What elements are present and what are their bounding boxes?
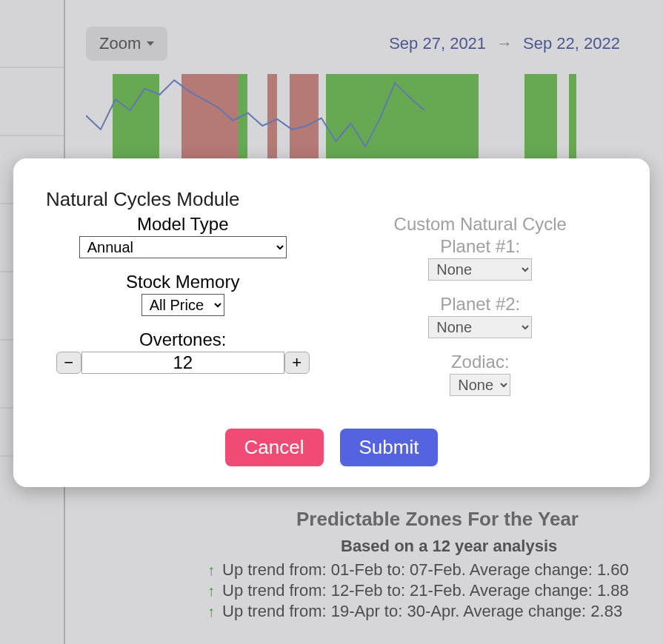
overtones-value[interactable]: 12 — [81, 352, 284, 374]
stock-memory-label: Stock Memory — [126, 272, 239, 292]
stepper-decrement-button[interactable]: − — [56, 352, 81, 374]
model-type-select[interactable]: Annual — [79, 236, 287, 258]
cancel-button[interactable]: Cancel — [225, 429, 324, 466]
modal-left-column: Model Type Annual Stock Memory All Price… — [46, 214, 320, 409]
overtones-label: Overtones: — [56, 329, 310, 350]
planet2-select[interactable]: None — [428, 316, 532, 338]
zodiac-select[interactable]: None — [450, 374, 510, 396]
custom-cycle-label: Custom Natural Cycle — [394, 214, 567, 235]
stock-memory-select[interactable]: All Price — [141, 294, 224, 316]
model-type-label: Model Type — [79, 214, 287, 235]
overtones-stepper: − 12 + — [56, 352, 310, 374]
stepper-increment-button[interactable]: + — [284, 352, 310, 374]
modal-title: Natural Cycles Module — [46, 188, 617, 211]
planet1-label: Planet #1: — [394, 236, 567, 257]
submit-button[interactable]: Submit — [340, 429, 439, 466]
zodiac-label: Zodiac: — [450, 352, 510, 372]
planet1-select[interactable]: None — [428, 258, 532, 281]
planet2-label: Planet #2: — [428, 294, 532, 315]
natural-cycles-modal: Natural Cycles Module Model Type Annual … — [13, 158, 650, 487]
modal-button-row: Cancel Submit — [46, 429, 617, 466]
modal-right-column: Custom Natural Cycle Planet #1: None Pla… — [344, 214, 618, 409]
